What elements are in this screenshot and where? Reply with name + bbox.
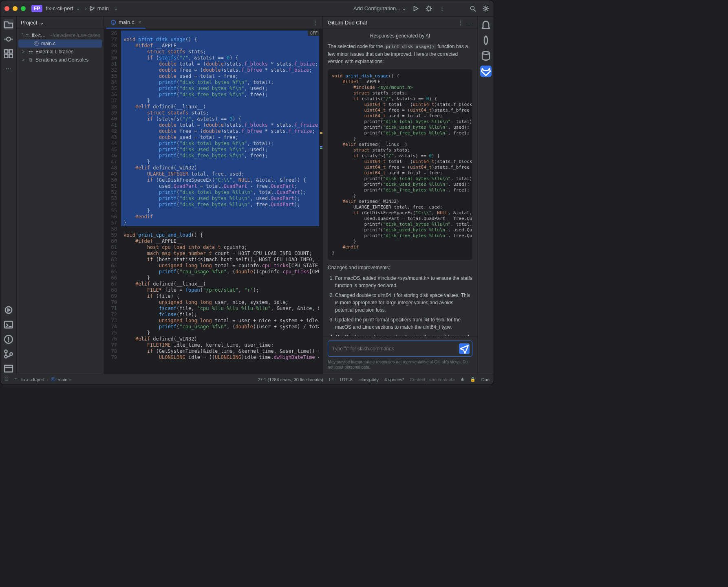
editor-tabs: c main.c × ⋮ — [104, 17, 322, 29]
chat-menu-icon[interactable]: ⋮ — [458, 20, 463, 26]
left-tool-strip: ⋯ — [0, 17, 17, 374]
tree-row[interactable]: >⚏External Libraries — [18, 48, 102, 56]
search-icon[interactable] — [469, 5, 477, 12]
svg-rect-9 — [4, 55, 8, 58]
c-file-icon: c — [110, 20, 116, 25]
chat-header: GitLab Duo Chat ⋮ — — [323, 17, 477, 29]
gutter: 2627282930313233343536373839404142434445… — [104, 29, 121, 374]
chevron-down-icon: ⌄ — [76, 5, 80, 11]
chat-intro: The selected code for the print_disk_usa… — [328, 43, 472, 65]
svg-point-5 — [485, 7, 487, 9]
changes-heading: Changes and improvements: — [328, 264, 472, 271]
chat-messages[interactable]: The selected code for the print_disk_usa… — [323, 43, 477, 336]
status-icon[interactable]: ☐ — [4, 377, 9, 382]
change-item: Changed double to uint64_t for storing d… — [335, 292, 472, 314]
status-bar: ☐ 🗀fix-c-cli-perf› ⓒmain.c 27:1 (1284 ch… — [0, 374, 494, 385]
svg-rect-10 — [9, 55, 12, 58]
structure-tool-icon[interactable] — [3, 48, 14, 59]
maximize-window-icon[interactable] — [21, 6, 26, 11]
chat-panel: GitLab Duo Chat ⋮ — Responses generated … — [322, 17, 477, 374]
svg-rect-7 — [4, 50, 8, 53]
context-label[interactable]: Context — [410, 377, 425, 382]
chevron-down-icon: ⌄ — [40, 20, 44, 26]
close-tab-icon[interactable]: × — [138, 19, 141, 25]
problems-tool-icon[interactable] — [3, 334, 14, 345]
project-name[interactable]: fix-c-cli-perf — [46, 5, 73, 11]
vcs-tool-icon[interactable] — [3, 349, 14, 359]
project-badge[interactable]: FP — [31, 5, 42, 12]
chevron-right-icon: › — [85, 5, 87, 11]
svg-point-6 — [7, 37, 11, 41]
clang-tidy[interactable]: .clang-tidy — [358, 377, 379, 382]
indent-config[interactable]: 4 spaces* — [384, 377, 404, 382]
tabs-menu-icon[interactable]: ⋮ — [313, 20, 318, 26]
chat-title: GitLab Duo Chat — [328, 20, 454, 26]
notifications-icon[interactable] — [480, 19, 492, 31]
chevron-down-icon: ⌄ — [402, 5, 406, 11]
tree-row[interactable]: ⓒmain.c — [18, 40, 102, 48]
project-tool-icon[interactable] — [3, 19, 14, 30]
right-tool-strip — [477, 17, 494, 374]
duo-status[interactable]: Duo — [481, 377, 490, 382]
branch-selector[interactable]: main ⌄ — [89, 5, 121, 11]
chat-input-area: May provide inappropriate responses not … — [323, 336, 477, 374]
send-button[interactable] — [459, 343, 470, 354]
editor-tab[interactable]: c main.c × — [106, 17, 146, 29]
no-context: <no context> — [429, 377, 455, 382]
inspections-off-badge[interactable]: OFF — [308, 31, 320, 36]
run-icon[interactable] — [412, 5, 419, 12]
changes-list: For macOS, added #include <sys/mount.h> … — [335, 275, 472, 336]
caret-position[interactable]: 27:1 (1284 chars, 30 line breaks) — [258, 377, 323, 382]
commit-tool-icon[interactable] — [3, 34, 14, 44]
titlebar: FP fix-c-cli-perf ⌄ › main ⌄ Add Configu… — [0, 0, 494, 17]
change-item: For macOS, added #include <sys/mount.h> … — [335, 275, 472, 289]
window-controls — [4, 6, 26, 11]
chat-code-block[interactable]: void print_disk_usage() { #ifdef __APPLE… — [328, 69, 472, 260]
run-configuration-selector[interactable]: Add Configuration... ⌄ — [353, 5, 406, 11]
svg-rect-8 — [9, 50, 12, 53]
project-pane: Project⌄ ˅🗀fix-c-cli-perf~/dev/devrel/us… — [17, 17, 104, 374]
breadcrumb[interactable]: 🗀fix-c-cli-perf› ⓒmain.c — [14, 376, 71, 383]
file-encoding[interactable]: UTF-8 — [340, 377, 353, 382]
ai-icon[interactable] — [480, 35, 492, 46]
tree-row[interactable]: ˅🗀fix-c-cli-perf~/dev/devrel/use-cases — [18, 31, 102, 40]
svg-text:c: c — [113, 21, 114, 24]
project-pane-title: Project — [21, 20, 37, 26]
line-separator[interactable]: LF — [329, 377, 334, 382]
change-item: The Windows section was already using th… — [335, 333, 472, 336]
project-pane-header[interactable]: Project⌄ — [17, 17, 104, 29]
svg-point-20 — [482, 52, 490, 55]
chevron-down-icon: ⌄ — [114, 5, 118, 11]
minimap[interactable] — [319, 29, 322, 374]
run-config-label: Add Configuration... — [353, 5, 400, 11]
editor: c main.c × ⋮ 262728293031323334353637383… — [104, 17, 322, 374]
chat-subtitle: Responses generated by AI — [323, 29, 477, 43]
terminal-tool-icon[interactable] — [3, 319, 14, 330]
minimize-window-icon[interactable] — [13, 6, 18, 11]
settings-icon[interactable] — [482, 5, 490, 12]
svg-rect-17 — [4, 365, 13, 372]
gitlab-duo-icon[interactable] — [480, 66, 492, 77]
more-icon[interactable]: ⋮ — [438, 5, 446, 12]
change-item: Updated the printf format specifiers fro… — [335, 316, 472, 331]
minimize-icon[interactable]: — — [467, 20, 472, 26]
debug-icon[interactable] — [425, 5, 432, 12]
gitlab-icon[interactable]: ⋔ — [461, 377, 464, 382]
tool-window-icon[interactable] — [3, 363, 14, 374]
close-window-icon[interactable] — [4, 6, 9, 11]
tree-row[interactable]: >⧉Scratches and Consoles — [18, 56, 102, 64]
chat-footer-disclaimer: May provide inappropriate responses not … — [328, 359, 472, 370]
more-tools-icon[interactable]: ⋯ — [3, 63, 14, 74]
svg-point-11 — [5, 307, 11, 313]
tab-filename: main.c — [119, 19, 134, 25]
branch-icon — [89, 6, 95, 11]
run-tool-icon[interactable] — [3, 305, 14, 315]
code-body[interactable]: void print_disk_usage() { #ifdef __APPLE… — [121, 29, 322, 374]
branch-name: main — [97, 5, 109, 11]
database-icon[interactable] — [480, 50, 492, 62]
code-editor[interactable]: 2627282930313233343536373839404142434445… — [104, 29, 322, 374]
lock-icon[interactable]: 🔒 — [470, 377, 476, 382]
chat-input[interactable] — [332, 346, 459, 352]
project-tree[interactable]: ˅🗀fix-c-cli-perf~/dev/devrel/use-casesⓒm… — [17, 29, 104, 66]
